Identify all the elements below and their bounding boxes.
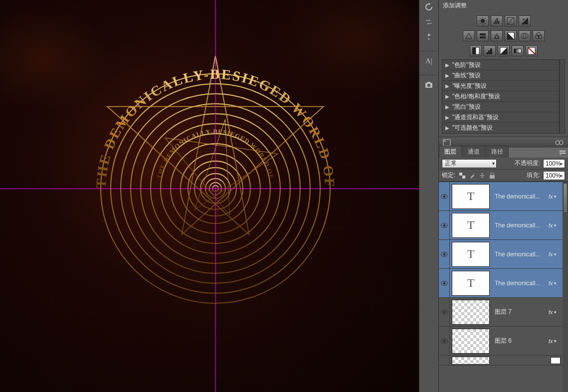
layer-effects-indicator[interactable]: fx▾ <box>549 280 563 286</box>
lock-pixels-icon[interactable] <box>468 172 476 180</box>
svg-point-68 <box>443 253 445 255</box>
visibility-toggle[interactable] <box>439 298 450 326</box>
lock-all-icon[interactable] <box>488 172 496 180</box>
layer-thumbnail-cell <box>450 327 492 355</box>
fill-label: 填充: <box>527 171 540 180</box>
expand-view-icon[interactable] <box>443 139 451 146</box>
color-balance-icon[interactable] <box>491 30 503 41</box>
blend-mode-dropdown[interactable]: 正常 <box>442 159 497 168</box>
layer-row[interactable] <box>439 356 563 366</box>
layer-row[interactable]: TThe demonicall...fx▾ <box>439 240 563 269</box>
preset-item[interactable]: ▶"色相/饱和度"预设 <box>442 91 559 102</box>
visibility-toggle[interactable] <box>439 356 450 365</box>
preset-scrollbar[interactable] <box>560 60 565 133</box>
gradient-map-icon[interactable] <box>512 45 524 56</box>
layer-thumbnail[interactable]: T <box>452 213 490 238</box>
layer-name[interactable]: The demonicall... <box>492 251 549 258</box>
layer-row[interactable]: 图层 7fx▾ <box>439 298 563 327</box>
layer-name[interactable]: 图层 7 <box>492 308 549 316</box>
layers-list[interactable]: TThe demonicall...fx▾TThe demonicall...f… <box>439 182 568 392</box>
guide-vertical[interactable] <box>215 0 216 392</box>
layer-name[interactable]: The demonicall... <box>492 193 549 200</box>
curves-icon[interactable] <box>505 15 517 26</box>
layer-thumbnail[interactable]: T <box>452 184 490 209</box>
svg-rect-58 <box>560 151 566 152</box>
brightness-contrast-icon[interactable] <box>477 15 489 26</box>
layers-scrollbar-track[interactable] <box>563 182 568 392</box>
vibrance-icon[interactable] <box>463 30 475 41</box>
layer-thumbnail-cell: T <box>450 182 492 210</box>
panel-tabs: 图层 通道 路径 <box>439 148 568 158</box>
visibility-toggle[interactable] <box>439 327 450 355</box>
svg-rect-50 <box>490 48 492 54</box>
layers-panel: 图层 通道 路径 正常 不透明度: 100% 锁定: 填充: 100% <box>439 148 568 392</box>
layer-effects-indicator[interactable]: fx▾ <box>549 251 563 257</box>
tab-paths[interactable]: 路径 <box>486 146 509 158</box>
visibility-toggle[interactable] <box>439 269 450 297</box>
exposure-icon[interactable] <box>519 15 531 26</box>
preset-item[interactable]: ▶"色阶"预设 <box>442 60 559 70</box>
preset-item[interactable]: ▶"黑白"预设 <box>442 102 559 112</box>
layer-thumbnail[interactable] <box>452 300 490 325</box>
hue-saturation-icon[interactable] <box>477 30 489 41</box>
tab-layers[interactable]: 图层 <box>439 146 462 158</box>
eye-icon <box>441 223 448 228</box>
visibility-toggle[interactable] <box>439 211 450 239</box>
layer-row[interactable]: TThe demonicall...fx▾ <box>439 211 563 240</box>
camera-panel-icon[interactable] <box>422 79 436 90</box>
guide-horizontal[interactable] <box>0 189 419 189</box>
svg-rect-46 <box>472 47 476 54</box>
photo-filter-icon[interactable] <box>519 30 531 41</box>
layer-effects-indicator[interactable]: fx▾ <box>549 194 563 199</box>
layer-row[interactable]: 图层 6fx▾ <box>439 327 563 356</box>
swap-panel-icon[interactable] <box>422 16 436 27</box>
layer-mask-thumbnail[interactable] <box>551 357 561 364</box>
svg-rect-49 <box>488 50 490 54</box>
layer-name[interactable]: 图层 6 <box>492 337 549 345</box>
channel-mixer-icon[interactable] <box>533 30 545 41</box>
layer-name[interactable]: The demonicall... <box>492 222 549 229</box>
visibility-toggle[interactable] <box>439 182 450 210</box>
levels-icon[interactable] <box>491 15 503 26</box>
layer-row[interactable]: TThe demonicall...fx▾ <box>439 269 563 298</box>
panel-menu-icon[interactable] <box>559 149 566 156</box>
adjustments-presets-list: ▶"色阶"预设▶"曲线"预设▶"曝光度"预设▶"色相/饱和度"预设▶"黑白"预设… <box>442 59 565 134</box>
svg-line-29 <box>485 18 486 19</box>
tab-channels[interactable]: 通道 <box>462 146 485 158</box>
selective-color-icon[interactable] <box>526 45 538 56</box>
layer-thumbnail[interactable] <box>452 329 490 354</box>
layer-thumbnail[interactable]: T <box>452 271 490 296</box>
canvas-area[interactable]: THE DEMONICALLY-BESIEGED WORLD OF THE DE… <box>0 0 419 392</box>
preset-item[interactable]: ▶"曲线"预设 <box>442 70 559 81</box>
opacity-input[interactable]: 100% <box>543 159 565 168</box>
layer-thumbnail-cell: T <box>450 240 492 268</box>
layers-scrollbar-thumb[interactable] <box>563 183 568 213</box>
adjustments-panel: 添加调整 <box>439 0 568 148</box>
layer-thumbnail[interactable] <box>452 357 490 365</box>
invert-icon[interactable] <box>470 45 482 56</box>
svg-point-64 <box>443 195 445 197</box>
preset-item[interactable]: ▶"通道混和器"预设 <box>442 112 559 123</box>
preset-item[interactable]: ▶"可选颜色"预设 <box>442 123 559 133</box>
history-panel-icon[interactable] <box>422 1 436 12</box>
adjustments-clip-icon[interactable] <box>555 139 564 146</box>
threshold-icon[interactable] <box>498 45 510 56</box>
preset-item[interactable]: ▶"曝光度"预设 <box>442 81 559 91</box>
layer-row[interactable]: TThe demonicall...fx▾ <box>439 182 563 211</box>
posterize-icon[interactable] <box>484 45 496 56</box>
layer-effects-indicator[interactable]: fx▾ <box>549 222 563 228</box>
fill-input[interactable]: 100% <box>543 171 565 180</box>
layer-thumbnail[interactable]: T <box>452 242 490 267</box>
lock-transparency-icon[interactable] <box>458 172 466 180</box>
layer-effects-indicator[interactable]: fx▾ <box>549 338 563 344</box>
layer-effects-indicator[interactable]: fx▾ <box>549 309 563 315</box>
preset-label: "曝光度"预设 <box>452 82 487 90</box>
svg-line-28 <box>485 23 486 24</box>
preset-label: "曲线"预设 <box>452 71 481 80</box>
lock-position-icon[interactable] <box>478 172 486 180</box>
layer-name[interactable]: The demonicall... <box>492 280 549 287</box>
visibility-toggle[interactable] <box>439 240 450 268</box>
character-panel-icon[interactable]: A| <box>422 55 436 66</box>
black-white-icon[interactable] <box>505 30 517 41</box>
wand-panel-icon[interactable] <box>422 31 436 42</box>
